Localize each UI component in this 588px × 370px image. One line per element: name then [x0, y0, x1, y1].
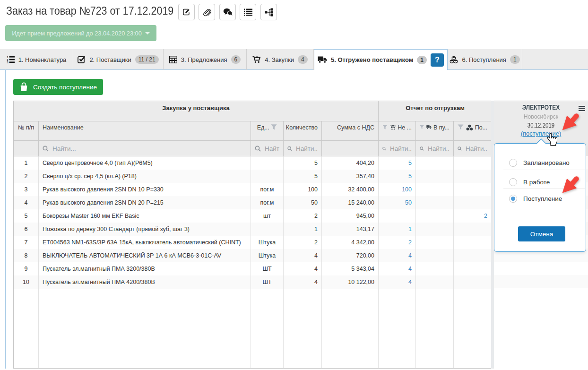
- svg-text:3: 3: [7, 61, 8, 63]
